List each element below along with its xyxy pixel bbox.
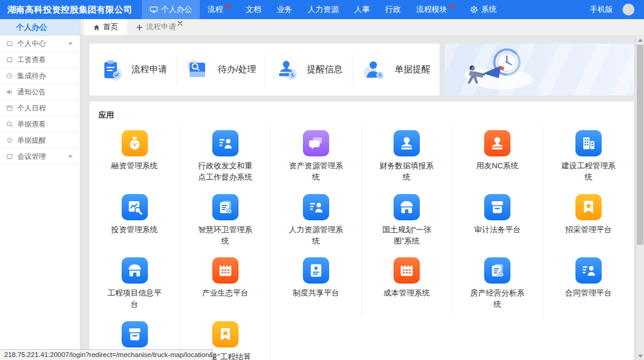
mobile-version-button[interactable]: 手机版 [579, 4, 613, 15]
nav-item-label: 人事 [354, 4, 370, 15]
archive-icon [122, 321, 148, 347]
app-label: 房产经营分析系统 [468, 288, 527, 310]
sidebar-item-notice-announcement[interactable]: 通知公告 [0, 84, 80, 100]
sidebar-item-label: 单据提醒 [17, 136, 46, 146]
app-label: 行政收发文和重点工作督办系统 [196, 161, 255, 183]
tab-label: 流程申请 [146, 22, 176, 32]
calendar-s-icon [6, 104, 13, 112]
search-icon[interactable] [55, 24, 62, 31]
app-policy-sharing[interactable]: 制度共享平台 [271, 253, 361, 316]
app-label: 财务数据填报系统 [377, 161, 436, 183]
monitor-icon [5, 24, 13, 32]
quick-action-label: 单据提醒 [395, 64, 431, 75]
app-cost-mgmt[interactable]: 成本管理系统 [362, 253, 453, 316]
doc-star-icon [303, 257, 329, 284]
doc-gear-icon [484, 257, 510, 284]
avatar[interactable] [623, 4, 634, 16]
sidebar-item-label: 单据查看 [17, 119, 46, 130]
app-project-info[interactable]: 工程项目信息平台 [89, 253, 180, 316]
app-label: 成本管理系统 [383, 288, 430, 299]
hamburger-icon[interactable] [67, 24, 75, 32]
app-label: 工程项目信息平台 [106, 288, 164, 310]
app-land-planning[interactable]: 国土规划“一张图”系统 [362, 189, 453, 253]
sidebar-item-personal-center[interactable]: 个人中心 [0, 36, 80, 52]
promo-banner [445, 44, 634, 96]
nav-item-label: 业务 [277, 4, 292, 15]
nav-item-personnel[interactable]: 人事 [346, 0, 377, 19]
star-icon [6, 137, 13, 144]
app-label: 投资管理系统 [112, 224, 158, 236]
sidebar-item-document-reminder[interactable]: 单据提醒 [0, 133, 80, 149]
nav-item-workflow[interactable]: 流程 [200, 0, 238, 19]
notification-dot [227, 5, 230, 8]
nav-item-system[interactable]: 系统 [462, 0, 504, 19]
sidebar-item-label: 会议管理 [17, 152, 46, 162]
app-financing-mgmt[interactable]: 融资管理系统 [89, 125, 180, 189]
doc-gear-icon [212, 194, 239, 220]
app-label: 制度共享平台 [293, 288, 339, 299]
nav-item-label: 人力资源 [308, 4, 339, 15]
sidebar-item-personal-schedule[interactable]: 个人日程 [0, 100, 80, 116]
nav-item-documents[interactable]: 文档 [238, 0, 269, 19]
qa-stamp-icon [274, 58, 299, 82]
scroll-up-button[interactable] [636, 36, 644, 44]
buildings-icon [575, 130, 602, 156]
quick-actions-card: 流程申请待办/处理提醒信息单据提醒 [89, 44, 439, 96]
person-list-icon [212, 130, 239, 156]
app-contract-mgmt[interactable]: 合同管理平台 [543, 253, 634, 316]
tab-home[interactable]: 首页 [84, 19, 127, 35]
gear-icon [470, 5, 478, 14]
nav-item-label: 个人办公 [161, 4, 192, 15]
app-hr-mgmt[interactable]: 人力资源管理系统 [271, 189, 361, 253]
quick-action-workflow-apply[interactable]: 流程申请 [89, 54, 177, 86]
bookmark-icon [6, 40, 13, 47]
app-label: 资产资源管理系统 [287, 161, 345, 183]
search-icon [6, 121, 13, 128]
sidebar-item-document-view[interactable]: 单据查看 [0, 116, 80, 133]
sidebar-item-integrated-todo[interactable]: 集成待办 [0, 68, 80, 84]
app-finance-data-report[interactable]: 财务数据填报系统 [362, 125, 453, 189]
app-label: 国土规划“一张图”系统 [377, 224, 436, 247]
nav-item-administration[interactable]: 行政 [377, 0, 408, 19]
app-investment-mgmt[interactable]: 投资管理系统 [89, 189, 180, 253]
quick-action-reminder-info[interactable]: 提醒信息 [264, 54, 352, 86]
nav-item-workflow-module[interactable]: 流程模块 [408, 0, 462, 19]
app-label: 审计法务平台 [474, 224, 521, 236]
bookmark-star-icon [212, 321, 239, 347]
app-admin-dispatch[interactable]: 行政收发文和重点工作督办系统 [180, 125, 271, 189]
app-audit-legal[interactable]: 审计法务平台 [453, 189, 543, 253]
nav-item-human-resources[interactable]: 人力资源 [300, 0, 346, 19]
nav-item-label: 流程模块 [416, 4, 447, 15]
app-yonyou-nc[interactable]: 用友NC系统 [453, 125, 543, 189]
chat-icon [303, 130, 329, 156]
app-label: 建设工程管理系统 [559, 161, 618, 183]
chart-search-icon [122, 194, 148, 220]
quick-action-document-reminder[interactable]: 单据提醒 [352, 54, 439, 86]
nav-item-personal-office[interactable]: 个人办公 [142, 0, 200, 19]
app-realestate-analysis[interactable]: 房产经营分析系统 [453, 253, 543, 316]
scroll-down-button[interactable] [636, 352, 644, 360]
quick-action-todo-handle[interactable]: 待办/处理 [177, 54, 264, 86]
app-smart-sanitation[interactable]: 智慧环卫管理系统 [180, 189, 271, 253]
tab-workflow-apply[interactable]: 流程申请 [127, 19, 185, 35]
app-procurement-mgmt[interactable]: 招采管理平台 [543, 189, 634, 253]
quick-action-label: 待办/处理 [218, 64, 256, 75]
qa-person-clock-icon [362, 58, 387, 82]
navbar-menu: 个人办公流程文档业务人力资源人事行政流程模块系统 [142, 0, 504, 19]
apps-title: 应用 [89, 109, 634, 125]
app-label: 招采管理平台 [565, 224, 612, 236]
scrollbar-thumb[interactable] [637, 45, 643, 245]
close-icon[interactable] [177, 20, 184, 27]
nav-item-label: 文档 [246, 4, 261, 15]
app-construction-mgmt[interactable]: 建设工程管理系统 [543, 125, 634, 189]
content: 流程申请待办/处理提醒信息单据提醒 应 [80, 36, 634, 360]
sidebar-item-salary-view[interactable]: 工资查看 [0, 52, 80, 68]
app-industry-ecology[interactable]: 产业生态平台 [180, 253, 271, 316]
tab-bar: 首页流程申请 [80, 19, 644, 36]
person-list-icon [303, 194, 329, 220]
sidebar-item-meeting-management[interactable]: 会议管理 [0, 149, 80, 165]
user-icon [625, 6, 632, 13]
stamp-icon [394, 130, 420, 156]
nav-item-business[interactable]: 业务 [269, 0, 300, 19]
app-asset-resource[interactable]: 资产资源管理系统 [271, 125, 361, 189]
